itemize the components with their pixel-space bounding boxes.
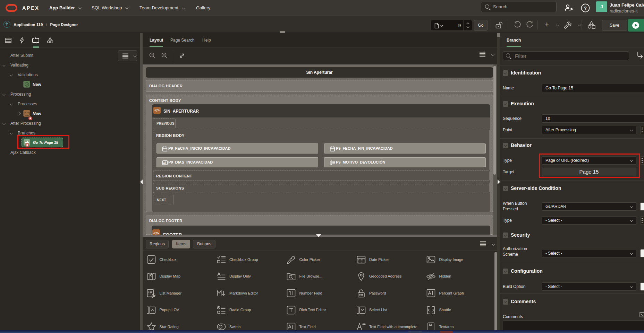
svg-text:A: A bbox=[163, 161, 165, 165]
svg-text:?: ? bbox=[584, 6, 587, 11]
